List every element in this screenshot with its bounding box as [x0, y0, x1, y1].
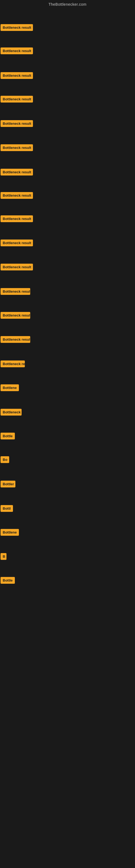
bottleneck-result-badge[interactable]: Bottleneck result — [1, 96, 33, 102]
bottleneck-result-row: Bottleneck result — [1, 48, 33, 55]
bottleneck-result-badge[interactable]: Bottleneck result — [1, 48, 33, 54]
bottleneck-result-badge[interactable]: B — [1, 553, 6, 560]
bottleneck-result-badge[interactable]: Bottleneck result — [1, 336, 30, 343]
bottleneck-result-badge[interactable]: Bottleneck — [1, 409, 21, 415]
bottleneck-result-row: Bottleneck result — [1, 144, 33, 152]
bottleneck-result-badge[interactable]: Bottleneck result — [1, 240, 33, 246]
bottleneck-result-row: Bottleneck — [1, 409, 21, 416]
bottleneck-result-badge[interactable]: Bottlene — [1, 384, 19, 391]
bottleneck-result-badge[interactable]: Bottleneck result — [1, 120, 33, 127]
bottleneck-result-badge[interactable]: Bottle — [1, 433, 15, 439]
bottleneck-result-badge[interactable]: Bottleneck result — [1, 144, 33, 151]
bottleneck-result-row: Bottlene — [1, 384, 19, 392]
site-title: TheBottlenecker.com — [0, 0, 135, 9]
bottleneck-result-badge[interactable]: Bo — [1, 456, 9, 463]
bottleneck-result-row: Bottleneck result — [1, 24, 33, 32]
bottleneck-result-row: Bottle — [1, 577, 15, 585]
bottleneck-result-row: Bottleneck result — [1, 169, 33, 177]
bottleneck-result-row: Bottleneck result — [1, 96, 33, 104]
bottleneck-result-row: Bottleneck result — [1, 264, 33, 272]
bottleneck-result-badge[interactable]: Bottleneck re — [1, 361, 25, 367]
bottleneck-result-badge[interactable]: Bottleneck result — [1, 24, 33, 31]
bottleneck-result-row: Bottlene — [1, 529, 19, 537]
bottleneck-result-row: Bottleneck result — [1, 72, 33, 80]
bottleneck-result-badge[interactable]: Bottleneck result — [1, 312, 30, 319]
bottleneck-result-badge[interactable]: Bottl — [1, 505, 13, 512]
bottleneck-result-badge[interactable]: Bottleneck result — [1, 72, 33, 79]
bottleneck-result-row: Bo — [1, 456, 9, 464]
bottleneck-result-row: Bottleneck result — [1, 192, 33, 200]
bottleneck-result-row: Bottle — [1, 433, 15, 440]
bottleneck-result-badge[interactable]: Bottleneck result — [1, 192, 33, 199]
bottleneck-result-badge[interactable]: Bottleneck result — [1, 288, 30, 295]
bottleneck-result-row: Bottleneck result — [1, 120, 33, 128]
bottleneck-result-badge[interactable]: Bottler — [1, 480, 15, 488]
bottleneck-result-row: Bottleneck result — [1, 312, 30, 320]
bottleneck-result-row: Bottleneck re — [1, 361, 25, 368]
bottleneck-result-row: B — [1, 553, 6, 561]
bottleneck-result-row: Bottleneck result — [1, 336, 30, 344]
bottleneck-result-row: Bottler — [1, 480, 15, 489]
bottleneck-result-row: Bottl — [1, 505, 13, 513]
bottleneck-result-row: Bottleneck result — [1, 215, 33, 223]
bottleneck-result-badge[interactable]: Bottle — [1, 577, 15, 584]
bottleneck-result-row: Bottleneck result — [1, 288, 30, 296]
bottleneck-result-badge[interactable]: Bottleneck result — [1, 215, 33, 222]
bottleneck-result-badge[interactable]: Bottleneck result — [1, 169, 33, 176]
bottleneck-result-badge[interactable]: Bottlene — [1, 529, 19, 536]
bottleneck-result-badge[interactable]: Bottleneck result — [1, 264, 33, 271]
bottleneck-result-row: Bottleneck result — [1, 240, 33, 247]
